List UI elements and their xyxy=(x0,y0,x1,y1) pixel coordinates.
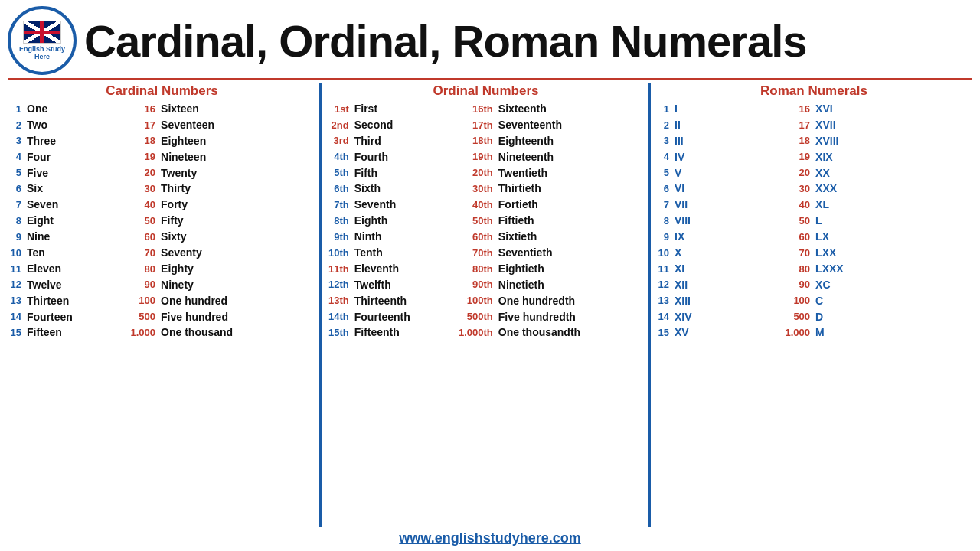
ordinal-num1: 15th xyxy=(326,324,352,341)
cardinal-num2: 80 xyxy=(129,261,159,277)
ordinal-word1: Third xyxy=(352,133,456,149)
cardinal-num1: 4 xyxy=(8,149,24,165)
ordinal-num1: 7th xyxy=(326,197,352,213)
ordinal-word2: One hundredth xyxy=(496,293,645,309)
cardinal-word1: Thirteen xyxy=(24,293,129,309)
table-row: 4 Four 19 Nineteen xyxy=(8,149,316,165)
ordinal-num2: 500th xyxy=(456,309,496,325)
roman-num2: 19 xyxy=(779,149,814,165)
ordinal-num2: 50th xyxy=(456,213,496,229)
ordinal-num1: 9th xyxy=(326,229,352,245)
header: English Study Here Cardinal, Ordinal, Ro… xyxy=(8,6,972,75)
roman-num1: 8 xyxy=(655,213,672,229)
cardinal-num1: 6 xyxy=(8,181,24,197)
table-row: 9 Nine 60 Sixty xyxy=(8,229,316,245)
ordinal-num1: 13th xyxy=(326,293,352,309)
roman-r1: III xyxy=(672,133,779,149)
cardinal-word1: Two xyxy=(24,117,129,133)
table-row: 10th Tenth 70th Seventieth xyxy=(326,245,645,261)
logo-text-top: English Study xyxy=(19,45,65,53)
main-content: Cardinal Numbers 1 One 16 Sixteen 2 Two … xyxy=(8,83,972,527)
title-underline xyxy=(8,78,972,80)
cardinal-word2: Eighteen xyxy=(158,133,316,149)
cardinal-num2: 100 xyxy=(129,293,159,309)
roman-r2: LXX xyxy=(813,245,972,261)
logo-flag xyxy=(23,21,61,44)
cardinal-num1: 7 xyxy=(8,197,24,213)
roman-num1: 5 xyxy=(655,165,672,181)
ordinal-num1: 3rd xyxy=(326,133,352,149)
cardinal-word2: Seventy xyxy=(158,245,316,261)
cardinal-word2: Eighty xyxy=(158,261,316,277)
ordinal-word2: Eighteenth xyxy=(496,133,645,149)
table-row: 11 Eleven 80 Eighty xyxy=(8,261,316,277)
cardinal-word2: Seventeen xyxy=(158,117,316,133)
roman-r2: LX xyxy=(813,229,972,245)
roman-num1: 6 xyxy=(655,181,672,197)
roman-num1: 12 xyxy=(655,277,672,293)
cardinal-word1: Four xyxy=(24,149,129,165)
cardinal-num2: 50 xyxy=(129,213,159,229)
cardinal-word2: Sixteen xyxy=(158,101,316,117)
cardinal-num2: 20 xyxy=(129,165,159,181)
cardinal-word2: Twenty xyxy=(158,165,316,181)
roman-r2: XX xyxy=(813,165,972,181)
ordinal-table: 1st First 16th Sixteenth 2nd Second 17th… xyxy=(326,101,645,341)
cardinal-num1: 1 xyxy=(8,101,24,117)
ordinal-word1: First xyxy=(352,101,456,117)
cardinal-word1: Six xyxy=(24,181,129,197)
cardinal-num1: 2 xyxy=(8,117,24,133)
ordinal-num1: 5th xyxy=(326,165,352,181)
table-row: 3 Three 18 Eighteen xyxy=(8,133,316,149)
table-row: 15 XV 1.000 M xyxy=(655,324,972,341)
cardinal-word1: Three xyxy=(24,133,129,149)
cardinal-num2: 17 xyxy=(129,117,159,133)
roman-r1: VII xyxy=(672,197,779,213)
cardinal-num2: 500 xyxy=(129,309,159,325)
table-row: 12th Twelfth 90th Ninetieth xyxy=(326,277,645,293)
table-row: 10 Ten 70 Seventy xyxy=(8,245,316,261)
table-row: 9 IX 60 LX xyxy=(655,229,972,245)
roman-r1: XI xyxy=(672,261,779,277)
cardinal-word2: Sixty xyxy=(158,229,316,245)
ordinal-word1: Eighth xyxy=(352,213,456,229)
ordinal-num2: 90th xyxy=(456,277,496,293)
roman-num2: 50 xyxy=(779,213,814,229)
cardinal-word1: Nine xyxy=(24,229,129,245)
roman-r2: XXX xyxy=(813,181,972,197)
cardinal-word1: Fifteen xyxy=(24,324,129,341)
cardinal-word1: Seven xyxy=(24,197,129,213)
cardinal-num2: 19 xyxy=(129,149,159,165)
cardinal-num1: 10 xyxy=(8,245,24,261)
table-row: 3 III 18 XVIII xyxy=(655,133,972,149)
ordinal-num1: 6th xyxy=(326,181,352,197)
roman-r1: I xyxy=(672,101,779,117)
ordinal-num2: 19th xyxy=(456,149,496,165)
ordinal-word1: Seventh xyxy=(352,197,456,213)
ordinal-num2: 80th xyxy=(456,261,496,277)
cardinal-num2: 40 xyxy=(129,197,159,213)
cardinal-num2: 18 xyxy=(129,133,159,149)
ordinal-section: Ordinal Numbers 1st First 16th Sixteenth… xyxy=(322,83,651,527)
roman-num1: 13 xyxy=(655,293,672,309)
cardinal-num1: 15 xyxy=(8,324,24,341)
roman-num1: 14 xyxy=(655,309,672,325)
roman-r2: LXXX xyxy=(813,261,972,277)
roman-num2: 1.000 xyxy=(779,324,814,341)
table-row: 14 XIV 500 D xyxy=(655,309,972,325)
roman-num2: 40 xyxy=(779,197,814,213)
footer-url[interactable]: www.englishstudyhere.com xyxy=(8,527,972,548)
cardinal-word2: Fifty xyxy=(158,213,316,229)
ordinal-word2: Seventieth xyxy=(496,245,645,261)
roman-r1: VI xyxy=(672,181,779,197)
roman-num2: 100 xyxy=(779,293,814,309)
cardinal-num1: 13 xyxy=(8,293,24,309)
roman-num2: 30 xyxy=(779,181,814,197)
ordinal-word2: Sixteenth xyxy=(496,101,645,117)
table-row: 8th Eighth 50th Fiftieth xyxy=(326,213,645,229)
cardinal-word1: Eight xyxy=(24,213,129,229)
ordinal-num2: 18th xyxy=(456,133,496,149)
ordinal-num2: 60th xyxy=(456,229,496,245)
ordinal-word1: Eleventh xyxy=(352,261,456,277)
roman-r1: V xyxy=(672,165,779,181)
